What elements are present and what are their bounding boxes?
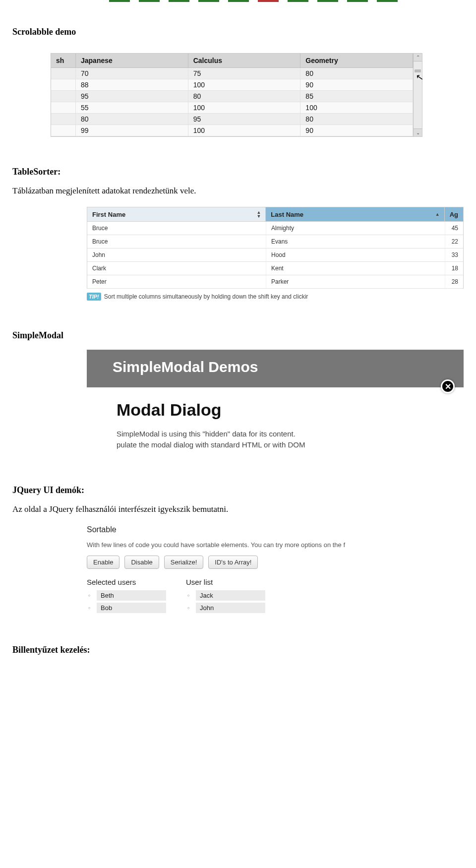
sort-both-icon [256, 210, 260, 218]
table-row: 9910090 [51, 125, 413, 136]
heading-keyboard: Billentyűzet kezelés: [0, 645, 476, 655]
list-item-row: ○John [186, 603, 265, 613]
table-cell: 85 [300, 91, 413, 102]
column-header[interactable]: Calculus [188, 54, 301, 68]
dash [347, 0, 368, 2]
tip-text: Sort multiple columns simultaneously by … [104, 293, 308, 300]
table-cell: 80 [188, 91, 301, 102]
table-cell: 100 [188, 79, 301, 90]
dash-red [258, 0, 279, 2]
heading-jqueryui: JQuery UI demók: [0, 485, 476, 496]
dash [109, 0, 130, 2]
table-cell: 90 [300, 125, 413, 136]
table-cell: 100 [300, 102, 413, 113]
table-cell [51, 91, 76, 102]
table-cell: 28 [445, 275, 463, 288]
table-cell: Peter [87, 275, 266, 288]
table-cell: 80 [300, 68, 413, 79]
decorative-dashes [0, 0, 476, 2]
table-cell: 100 [188, 125, 301, 136]
table-cell [51, 102, 76, 113]
cursor-icon: ↖ [415, 71, 424, 83]
table-row: BruceEvans22 [87, 235, 463, 248]
list-item[interactable]: Bob [97, 603, 166, 613]
vertical-scrollbar[interactable]: ⌃ ⌄ [413, 54, 422, 136]
list-item-row: ○Bob [87, 603, 166, 613]
table-cell: Evans [266, 235, 445, 248]
scroll-up-arrow-icon[interactable]: ⌃ [414, 54, 422, 62]
table-cell: 95 [76, 91, 188, 102]
dash [288, 0, 308, 2]
column-header-firstname[interactable]: First Name [87, 207, 266, 222]
dash [317, 0, 338, 2]
tablesorter-screenshot: First Name Last Name Ag BruceAlmighty45B… [87, 207, 464, 301]
table-cell: 22 [445, 235, 463, 248]
table-row: 55100100 [51, 102, 413, 114]
bullet-icon: ○ [186, 606, 191, 610]
sortable-description: With few lines of code you could have so… [87, 541, 464, 549]
table-cell [51, 79, 76, 90]
heading-simplemodal: SimpleModal [0, 330, 476, 341]
scroll-down-arrow-icon[interactable]: ⌄ [414, 128, 422, 136]
table-cell: Kent [266, 262, 445, 275]
button-row: Enable Disable Serialize! ID's to Array! [87, 556, 464, 569]
table-cell: Bruce [87, 235, 266, 248]
serialize-button[interactable]: Serialize! [164, 556, 203, 569]
selected-users-column: Selected users ○Beth○Bob [87, 578, 166, 615]
scrollable-table-screenshot: sh Japanese Calculus Geometry 7075808810… [51, 53, 422, 137]
table-header-row: First Name Last Name Ag [87, 207, 463, 222]
modal-dialog: ✕ Modal Dialog SimpleModal is using this… [87, 387, 464, 455]
table-cell: Clark [87, 262, 266, 275]
table-row: 958085 [51, 91, 413, 102]
column-header[interactable]: Geometry [300, 54, 413, 68]
heading-scrollable: Scrolabble demo [0, 27, 476, 37]
table-row: 809580 [51, 114, 413, 125]
table-row: 8810090 [51, 79, 413, 91]
table-cell [51, 114, 76, 124]
column-header[interactable]: sh [51, 54, 76, 68]
list-item[interactable]: Beth [97, 590, 166, 601]
table-cell: 95 [188, 114, 301, 124]
table-cell: 33 [445, 248, 463, 261]
table-cell: Bruce [87, 222, 266, 235]
tablesorter-description: Táblázatban megjelenített adatokat rende… [0, 186, 476, 196]
table-cell: 99 [76, 125, 188, 136]
column-title: Selected users [87, 578, 166, 586]
dash [228, 0, 249, 2]
table-cell: 70 [76, 68, 188, 79]
table-cell: 90 [300, 79, 413, 90]
dash [198, 0, 219, 2]
enable-button[interactable]: Enable [87, 556, 119, 569]
jqueryui-sortable-screenshot: Sortable With few lines of code you coul… [87, 525, 464, 615]
table-cell: 45 [445, 222, 463, 235]
table-cell: 80 [76, 114, 188, 124]
column-header[interactable]: Japanese [76, 54, 188, 68]
close-icon[interactable]: ✕ [441, 379, 455, 393]
column-header-lastname[interactable]: Last Name [266, 207, 444, 222]
dash [377, 0, 398, 2]
disable-button[interactable]: Disable [124, 556, 159, 569]
table-header-row: sh Japanese Calculus Geometry [51, 54, 413, 68]
sortable-title: Sortable [87, 525, 464, 534]
list-item[interactable]: John [196, 603, 265, 613]
dash [169, 0, 189, 2]
table-row: JohnHood33 [87, 248, 463, 262]
table-cell [51, 68, 76, 79]
bullet-icon: ○ [87, 606, 92, 610]
column-label: Ag [450, 211, 458, 218]
table-cell: 88 [76, 79, 188, 90]
table-cell: 100 [188, 102, 301, 113]
table-row: ClarkKent18 [87, 262, 463, 275]
table-cell: 55 [76, 102, 188, 113]
column-header-age[interactable]: Ag [445, 207, 463, 222]
list-item-row: ○Jack [186, 590, 265, 601]
table-cell: 75 [188, 68, 301, 79]
table-row: BruceAlmighty45 [87, 222, 463, 235]
modal-title: Modal Dialog [117, 400, 454, 420]
column-label: First Name [92, 211, 125, 218]
ids-to-array-button[interactable]: ID's to Array! [208, 556, 258, 569]
user-list-column: User list ○Jack○John [186, 578, 265, 615]
heading-tablesorter: TableSorter: [0, 167, 476, 177]
bullet-icon: ○ [186, 594, 191, 597]
list-item[interactable]: Jack [196, 590, 265, 601]
